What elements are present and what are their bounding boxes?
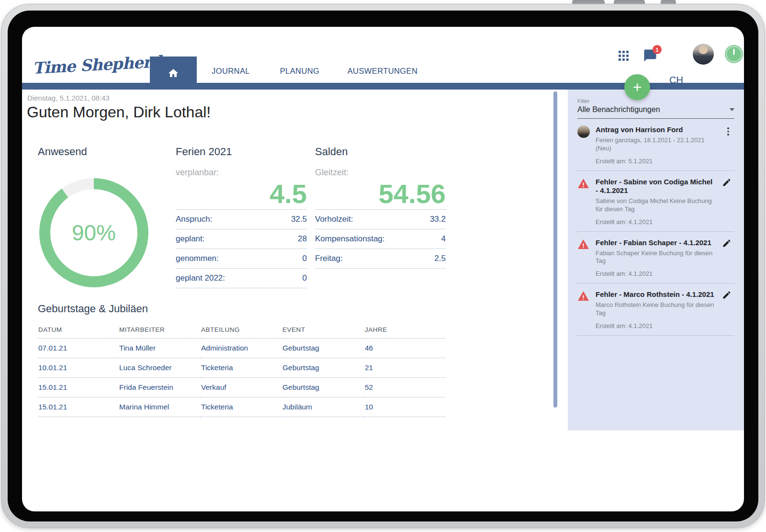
cell-datum: 07.01.21: [38, 339, 119, 358]
stat-row: genommen: 0: [176, 249, 307, 268]
apps-grid-icon[interactable]: [619, 51, 629, 61]
tablet-frame: Time Shepherd JOURNAL PLANUNG AUSWERTUNG…: [1, 4, 765, 528]
stat-value: 32.5: [291, 215, 307, 224]
vacation-heading: Ferien 2021: [176, 146, 307, 158]
cell-event: Geburtstag: [282, 339, 364, 358]
column-header: JAHRE: [364, 321, 446, 339]
notification-created: Erstellt am: 5.1.2021: [596, 158, 716, 165]
notification-item: Fehler - Fabian Schaper - 4.1.2021 Fabia…: [577, 232, 734, 284]
more-options-icon[interactable]: [722, 125, 734, 165]
stat-row: geplant: 28: [176, 229, 307, 249]
cell-event: Geburtstag: [282, 378, 364, 397]
attendance-heading: Anwesend: [38, 146, 87, 158]
stat-value: 33.2: [430, 215, 446, 224]
scrollbar-thumb[interactable]: [553, 91, 557, 407]
cell-abteilung: Administration: [201, 339, 282, 358]
vacation-section: Ferien 2021 verplanbar: 4.5 Anspruch: 32…: [176, 146, 307, 288]
edit-pencil-icon[interactable]: [722, 290, 732, 300]
stat-row: Anspruch: 32.5: [176, 209, 307, 229]
tab-planung[interactable]: PLANUNG: [280, 67, 320, 76]
attendance-percent: 90%: [39, 178, 148, 287]
tab-auswertungen[interactable]: AUSWERTUNGEN: [348, 67, 418, 76]
app-screen: Time Shepherd JOURNAL PLANUNG AUSWERTUNG…: [22, 27, 744, 511]
stat-value: 2.5: [434, 254, 446, 263]
notification-subtitle: Ferien ganztags, 18.1.2021 - 22.1.2021 (…: [596, 136, 716, 153]
stat-value: 28: [298, 234, 307, 244]
cell-mitarbeiter: Tina Müller: [119, 339, 201, 358]
cell-jahre: 21: [364, 358, 446, 378]
cell-abteilung: Verkauf: [201, 378, 282, 397]
table-row: 15.01.21 Marina Himmel Ticketeria Jubilä…: [38, 397, 446, 417]
notification-avatar: [577, 125, 590, 138]
brand-logo[interactable]: Time Shepherd: [32, 52, 162, 78]
table-row: 07.01.21 Tina Müller Administration Gebu…: [38, 339, 446, 358]
stat-row: Freitag: 2.5: [315, 249, 446, 269]
account-initials[interactable]: CH: [669, 75, 683, 86]
filter-label: Filter: [577, 98, 734, 104]
notification-item: Fehler - Sabine von Codiga Michel - 4.1.…: [577, 171, 734, 232]
notification-title: Antrag von Harrison Ford: [596, 125, 716, 135]
vacation-highlight-value: 4.5: [270, 181, 307, 207]
table-row: 10.01.21 Luca Schroeder Ticketeria Gebur…: [38, 358, 446, 378]
notification-subtitle: Fabian Schaper Keine Buchung für diesen …: [596, 249, 716, 266]
stopwatch-icon: [724, 45, 743, 64]
current-date: Dienstag, 5.1.2021, 08:43: [27, 94, 110, 102]
column-header: EVENT: [282, 321, 364, 339]
stat-label: Freitag:: [315, 254, 343, 263]
home-icon: [168, 68, 179, 79]
cell-datum: 15.01.21: [38, 378, 119, 397]
notification-title: Fehler - Sabine von Codiga Michel - 4.1.…: [596, 178, 716, 196]
edit-pencil-icon[interactable]: [722, 238, 732, 248]
warning-icon: [577, 290, 589, 302]
balances-highlight-label: Gleitzeit:: [315, 168, 349, 178]
stat-value: 0: [303, 254, 307, 263]
balances-section: Salden Gleitzeit: 54.56 Vorholzeit: 33.2…: [315, 146, 446, 269]
cell-abteilung: Ticketeria: [201, 397, 282, 417]
cell-mitarbeiter: Luca Schroeder: [119, 358, 201, 378]
filter-selected-value: Alle Benachrichtigungen: [577, 105, 660, 114]
table-row: 15.01.21 Frida Feuerstein Verkauf Geburt…: [38, 378, 446, 397]
tablet-device: Time Shepherd JOURNAL PLANUNG AUSWERTUNG…: [0, 0, 766, 532]
stat-row: Vorholzeit: 33.2: [315, 209, 446, 229]
user-avatar[interactable]: [693, 44, 714, 65]
notification-title: Fehler - Marco Rothstein - 4.1.2021: [596, 290, 716, 299]
add-button[interactable]: +: [624, 74, 650, 100]
notification-created: Erstellt am: 4.1.2021: [596, 218, 716, 226]
column-header: DATUM: [38, 321, 119, 339]
notification-item: Antrag von Harrison Ford Ferien ganztags…: [577, 119, 734, 171]
stat-label: genommen:: [176, 254, 219, 263]
cell-jahre: 52: [364, 378, 446, 397]
warning-icon: [577, 238, 589, 250]
chevron-down-icon: [730, 108, 734, 111]
column-header: ABTEILUNG: [201, 321, 282, 339]
stat-label: geplant:: [176, 234, 205, 244]
table-header-row: DATUM MITARBEITER ABTEILUNG EVENT JAHRE: [38, 321, 446, 339]
stat-label: Kompensationstag:: [315, 234, 385, 244]
stat-label: geplant 2022:: [176, 273, 225, 283]
stat-label: Anspruch:: [176, 215, 213, 224]
vacation-highlight-label: verplanbar:: [176, 168, 219, 178]
balances-highlight-value: 54.56: [379, 181, 446, 207]
notification-created: Erstellt am: 4.1.2021: [596, 270, 716, 277]
chat-badge: 1: [653, 45, 662, 54]
cell-event: Geburtstag: [282, 358, 364, 378]
notification-title: Fehler - Fabian Schaper - 4.1.2021: [596, 238, 716, 248]
cell-jahre: 10: [364, 397, 446, 417]
notifications-filter-select[interactable]: Alle Benachrichtigungen: [577, 105, 734, 119]
notification-item: Fehler - Marco Rothstein - 4.1.2021 Marc…: [577, 283, 734, 336]
cell-mitarbeiter: Frida Feuerstein: [119, 378, 201, 397]
tablet-bezel: Time Shepherd JOURNAL PLANUNG AUSWERTUNG…: [8, 11, 758, 521]
time-clock-button[interactable]: [724, 45, 743, 64]
stat-row: geplant 2022: 0: [176, 268, 307, 288]
cell-mitarbeiter: Marina Himmel: [119, 397, 201, 417]
stat-value: 4: [441, 234, 446, 244]
cell-datum: 15.01.21: [38, 397, 119, 417]
notification-subtitle: Sabine von Codiga Michel Keine Buchung f…: [596, 197, 716, 214]
notification-created: Erstellt am: 4.1.2021: [596, 322, 716, 329]
edit-pencil-icon[interactable]: [722, 178, 732, 187]
stat-row: Kompensationstag: 4: [315, 229, 446, 249]
tab-journal[interactable]: JOURNAL: [212, 67, 250, 76]
balances-heading: Salden: [315, 146, 446, 158]
notification-subtitle: Marco Rothstein Keine Buchung für diesen…: [596, 301, 716, 317]
stat-value: 0: [303, 273, 307, 283]
